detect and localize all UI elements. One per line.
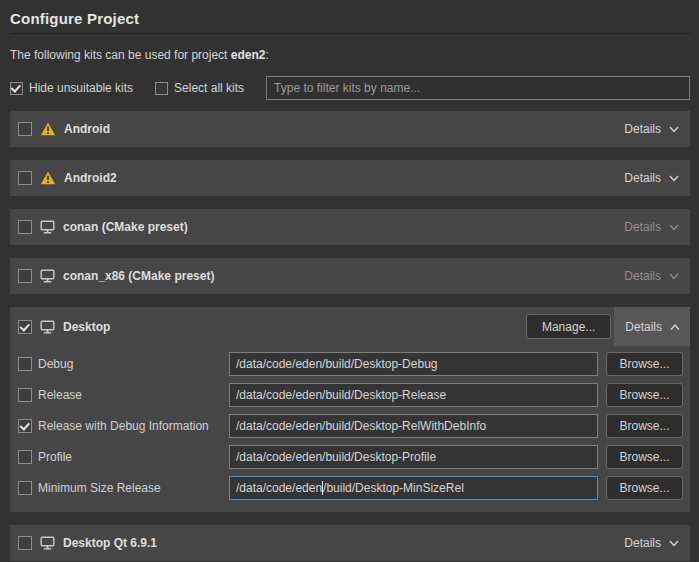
details-button[interactable]: Details	[612, 160, 690, 196]
details-label: Details	[624, 171, 661, 185]
build-dir-input-focused[interactable]: /data/code/eden/build/Desktop-MinSizeRel	[229, 476, 598, 500]
config-checkbox[interactable]	[18, 450, 32, 464]
chevron-down-icon	[668, 270, 680, 282]
checkbox-icon[interactable]	[10, 82, 23, 95]
warning-icon	[40, 171, 56, 185]
kit-checkbox[interactable]	[18, 269, 32, 283]
kit-checkbox[interactable]	[18, 320, 32, 334]
kit-filter-controls: Hide unsuitable kits Select all kits	[10, 76, 690, 100]
kit-name: Android2	[64, 171, 117, 185]
hide-unsuitable-kits-checkbox[interactable]: Hide unsuitable kits	[10, 81, 133, 95]
kit-name: conan (CMake preset)	[63, 220, 188, 234]
kit-checkbox[interactable]	[18, 171, 32, 185]
kit-checkbox[interactable]	[18, 536, 32, 550]
path-text-after-caret: /build/Desktop-MinSizeRel	[323, 481, 464, 495]
build-config-row-profile: Profile Browse...	[18, 441, 683, 472]
build-config-row-relwithdebinfo: Release with Debug Information Browse...	[18, 410, 683, 441]
page-title: Configure Project	[10, 10, 690, 27]
desktop-icon	[40, 536, 55, 550]
kit-checkbox[interactable]	[18, 220, 32, 234]
kit-header: conan_x86 (CMake preset) Details	[10, 258, 690, 294]
kit-list: Android Details Android2 Details	[10, 111, 690, 561]
kit-filter-input[interactable]	[266, 76, 690, 100]
kit-row-android2[interactable]: Android2 Details	[10, 160, 690, 196]
hide-unsuitable-kits-label: Hide unsuitable kits	[29, 81, 133, 95]
desktop-build-configs: Debug Browse... Release Browse... Releas…	[10, 346, 690, 512]
config-label: Release	[38, 388, 229, 402]
desktop-icon	[40, 269, 55, 283]
title-divider	[10, 33, 690, 34]
kit-header: conan (CMake preset) Details	[10, 209, 690, 245]
kit-row-desktop-qt-691[interactable]: Desktop Qt 6.9.1 Details	[10, 525, 690, 561]
chevron-down-icon	[668, 537, 680, 549]
kit-name: conan_x86 (CMake preset)	[63, 269, 214, 283]
details-button[interactable]: Details	[612, 111, 690, 147]
config-label: Release with Debug Information	[38, 419, 229, 433]
build-dir-input[interactable]	[229, 383, 598, 407]
config-label: Debug	[38, 357, 229, 371]
kit-header: Android Details	[10, 111, 690, 147]
kit-name: Desktop	[63, 320, 110, 334]
details-label: Details	[624, 220, 661, 234]
build-dir-input[interactable]	[229, 352, 598, 376]
details-label: Details	[624, 122, 661, 136]
build-config-row-debug: Debug Browse...	[18, 348, 683, 379]
details-label: Details	[624, 269, 661, 283]
kit-header: Desktop Qt 6.9.1 Details	[10, 525, 690, 561]
kit-name: Desktop Qt 6.9.1	[63, 536, 157, 550]
path-text-before-caret: /data/code/eden	[236, 481, 322, 495]
browse-button[interactable]: Browse...	[606, 445, 683, 469]
chevron-down-icon	[668, 172, 680, 184]
chevron-down-icon	[668, 221, 680, 233]
config-checkbox[interactable]	[18, 388, 32, 402]
build-config-row-minsizerel: Minimum Size Release /data/code/eden/bui…	[18, 472, 683, 503]
browse-button[interactable]: Browse...	[606, 476, 683, 500]
details-button-disabled: Details	[612, 209, 690, 245]
desktop-icon	[40, 320, 55, 334]
details-label: Details	[624, 536, 661, 550]
intro-suffix: :	[265, 48, 268, 62]
desktop-icon	[40, 220, 55, 234]
build-dir-input[interactable]	[229, 445, 598, 469]
browse-button[interactable]: Browse...	[606, 414, 683, 438]
build-dir-input[interactable]	[229, 414, 598, 438]
chevron-up-icon	[669, 321, 681, 333]
browse-button[interactable]: Browse...	[606, 383, 683, 407]
kit-row-android[interactable]: Android Details	[10, 111, 690, 147]
kit-row-desktop[interactable]: Desktop Manage... Details Debug Browse..…	[10, 307, 690, 512]
details-button-disabled: Details	[612, 258, 690, 294]
select-all-kits-label: Select all kits	[174, 81, 244, 95]
config-checkbox[interactable]	[18, 419, 32, 433]
project-name: eden2	[231, 48, 266, 62]
browse-button[interactable]: Browse...	[606, 352, 683, 376]
kit-header: Desktop Manage... Details	[10, 307, 690, 346]
intro-text: The following kits can be used for proje…	[10, 48, 690, 62]
config-checkbox[interactable]	[18, 357, 32, 371]
config-label: Profile	[38, 450, 229, 464]
manage-button[interactable]: Manage...	[526, 314, 611, 339]
configure-project-page: Configure Project The following kits can…	[0, 0, 699, 562]
build-config-row-release: Release Browse...	[18, 379, 683, 410]
intro-prefix: The following kits can be used for proje…	[10, 48, 231, 62]
kit-checkbox[interactable]	[18, 122, 32, 136]
warning-icon	[40, 122, 56, 136]
chevron-down-icon	[668, 123, 680, 135]
kit-name: Android	[64, 122, 110, 136]
details-button-expanded[interactable]: Details	[614, 307, 690, 346]
select-all-kits-checkbox[interactable]: Select all kits	[155, 81, 244, 95]
kit-row-conan[interactable]: conan (CMake preset) Details	[10, 209, 690, 245]
details-button[interactable]: Details	[612, 525, 690, 561]
config-label: Minimum Size Release	[38, 481, 229, 495]
config-checkbox[interactable]	[18, 481, 32, 495]
checkbox-icon[interactable]	[155, 82, 168, 95]
kit-header: Android2 Details	[10, 160, 690, 196]
kit-row-conan-x86[interactable]: conan_x86 (CMake preset) Details	[10, 258, 690, 294]
details-label: Details	[625, 320, 662, 334]
